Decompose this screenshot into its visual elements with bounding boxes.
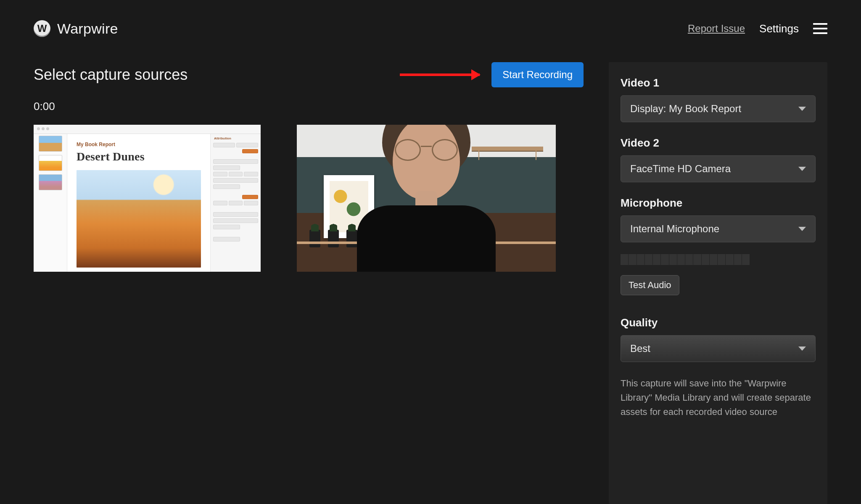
recording-timer: 0:00 xyxy=(34,100,584,113)
capture-save-note: This capture will save into the "Warpwir… xyxy=(621,376,816,419)
quality-value: Best xyxy=(630,343,650,354)
chevron-down-icon xyxy=(798,107,806,111)
microphone-select[interactable]: Internal Microphone xyxy=(621,215,816,242)
brand-name: Warpwire xyxy=(57,21,118,37)
start-recording-button[interactable]: Start Recording xyxy=(491,62,584,87)
slide-subtitle: My Book Report xyxy=(77,142,201,147)
slide-thumb xyxy=(39,136,62,152)
slide-thumb xyxy=(39,155,62,171)
report-issue-link[interactable]: Report Issue xyxy=(688,23,745,34)
video1-label: Video 1 xyxy=(621,76,816,89)
inspector-header: Attribution xyxy=(214,136,258,140)
slide-title: Desert Dunes xyxy=(77,150,201,163)
video2-select[interactable]: FaceTime HD Camera xyxy=(621,155,816,182)
preview-video1[interactable]: My Book Report Desert Dunes Attribution xyxy=(34,125,261,272)
quality-label: Quality xyxy=(621,316,816,329)
app-header: W Warpwire Report Issue Settings xyxy=(34,20,827,37)
settings-link[interactable]: Settings xyxy=(759,22,799,35)
audio-level-meter xyxy=(621,254,750,265)
brand-logo-icon: W xyxy=(34,20,50,37)
video1-value: Display: My Book Report xyxy=(630,103,741,115)
menu-icon[interactable] xyxy=(813,23,827,34)
video2-label: Video 2 xyxy=(621,136,816,150)
annotation-arrow-icon xyxy=(400,74,480,76)
video2-value: FaceTime HD Camera xyxy=(630,163,731,175)
quality-select[interactable]: Best xyxy=(621,335,816,362)
test-audio-button[interactable]: Test Audio xyxy=(621,275,679,295)
background-plants xyxy=(309,230,357,247)
preview-video2[interactable] xyxy=(297,125,556,272)
webcam-person xyxy=(357,142,496,272)
microphone-label: Microphone xyxy=(621,197,816,210)
chevron-down-icon xyxy=(798,167,806,171)
brand: W Warpwire xyxy=(34,20,118,37)
capture-settings-panel: Video 1 Display: My Book Report Video 2 … xyxy=(609,62,827,504)
slide-image xyxy=(77,170,201,268)
chevron-down-icon xyxy=(798,346,806,351)
microphone-value: Internal Microphone xyxy=(630,223,719,235)
page-title: Select capture sources xyxy=(34,66,188,84)
video1-select[interactable]: Display: My Book Report xyxy=(621,95,816,122)
chevron-down-icon xyxy=(798,227,806,231)
slide-thumb xyxy=(39,174,62,190)
